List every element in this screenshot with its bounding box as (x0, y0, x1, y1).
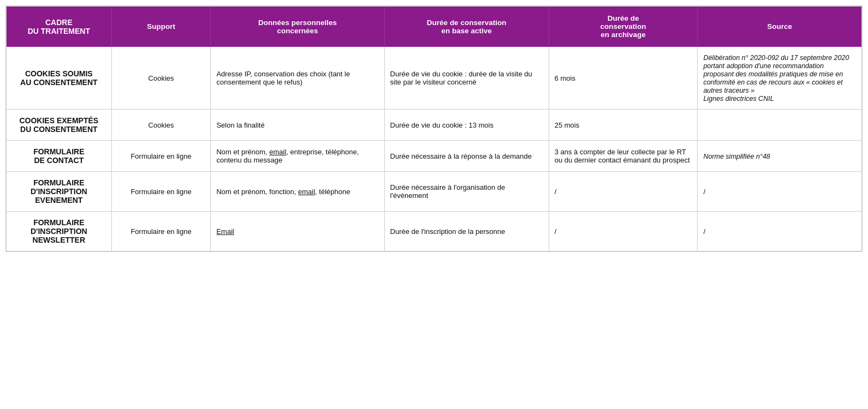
header-archivage: Durée de conservation en archivage (549, 6, 698, 47)
cell-cadre: COOKIES SOUMIS AU CONSENTEMENT (6, 47, 111, 110)
header-row: Cadre du traitement Support Données pers… (6, 6, 862, 47)
cell-archivage: 6 mois (549, 47, 698, 110)
header-source: Source (698, 6, 862, 47)
underlined-text: email (269, 148, 286, 156)
cell-cadre: FORMULAIRE D'INSCRIPTION NEWSLETTER (6, 212, 111, 252)
table-row: FORMULAIRE D'INSCRIPTION NEWSLETTERFormu… (6, 212, 862, 252)
source-text: Délibération n° 2020-092 du 17 septembre… (703, 54, 849, 103)
cell-base-active: Durée nécessaire à la réponse à la deman… (384, 141, 549, 172)
table-row: FORMULAIRE DE CONTACTFormulaire en ligne… (6, 141, 862, 172)
cell-source: / (698, 212, 862, 252)
cell-archivage: 25 mois (549, 110, 698, 141)
cell-donnees: Adresse IP, conservation des choix (tant… (211, 47, 384, 110)
cell-support: Formulaire en ligne (111, 212, 211, 252)
cell-support: Formulaire en ligne (111, 172, 211, 212)
header-base-active: Durée de conservation en base active (384, 6, 549, 47)
cell-donnees: Selon la finalité (211, 110, 384, 141)
cell-base-active: Durée nécessaire à l'organisation de l'é… (384, 172, 549, 212)
cell-base-active: Durée de vie du cookie : durée de la vis… (384, 47, 549, 110)
cell-source: Délibération n° 2020-092 du 17 septembre… (698, 47, 862, 110)
cell-cadre: COOKIES EXEMPTÉS DU CONSENTEMENT (6, 110, 111, 141)
cell-archivage: 3 ans à compter de leur collecte par le … (549, 141, 698, 172)
cell-base-active: Durée de vie du cookie : 13 mois (384, 110, 549, 141)
main-table: Cadre du traitement Support Données pers… (5, 5, 863, 252)
cell-source (698, 110, 862, 141)
cell-donnees: Nom et prénom, fonction, email, téléphon… (211, 172, 384, 212)
cell-support: Formulaire en ligne (111, 141, 211, 172)
underlined-text: email (298, 188, 315, 196)
underlined-text: Email (216, 227, 234, 236)
header-cadre: Cadre du traitement (6, 6, 111, 47)
cell-donnees: Email (211, 212, 384, 252)
table-row: COOKIES EXEMPTÉS DU CONSENTEMENTCookiesS… (6, 110, 862, 141)
cell-archivage: / (549, 172, 698, 212)
cell-cadre: FORMULAIRE D'INSCRIPTION EVENEMENT (6, 172, 111, 212)
cell-source: Norme simplifiée n°48 (698, 141, 862, 172)
table-body: COOKIES SOUMIS AU CONSENTEMENTCookiesAdr… (6, 47, 862, 252)
table-row: COOKIES SOUMIS AU CONSENTEMENTCookiesAdr… (6, 47, 862, 110)
source-text: Norme simplifiée n°48 (703, 153, 770, 160)
header-support: Support (111, 6, 211, 47)
cell-cadre: FORMULAIRE DE CONTACT (6, 141, 111, 172)
cell-support: Cookies (111, 110, 211, 141)
cell-source: / (698, 172, 862, 212)
cell-archivage: / (549, 212, 698, 252)
header-donnees: Données personnelles concernées (211, 6, 384, 47)
cell-base-active: Durée de l'inscription de la personne (384, 212, 549, 252)
cell-support: Cookies (111, 47, 211, 110)
cell-donnees: Nom et prénom, email, entreprise, téléph… (211, 141, 384, 172)
table-row: FORMULAIRE D'INSCRIPTION EVENEMENTFormul… (6, 172, 862, 212)
